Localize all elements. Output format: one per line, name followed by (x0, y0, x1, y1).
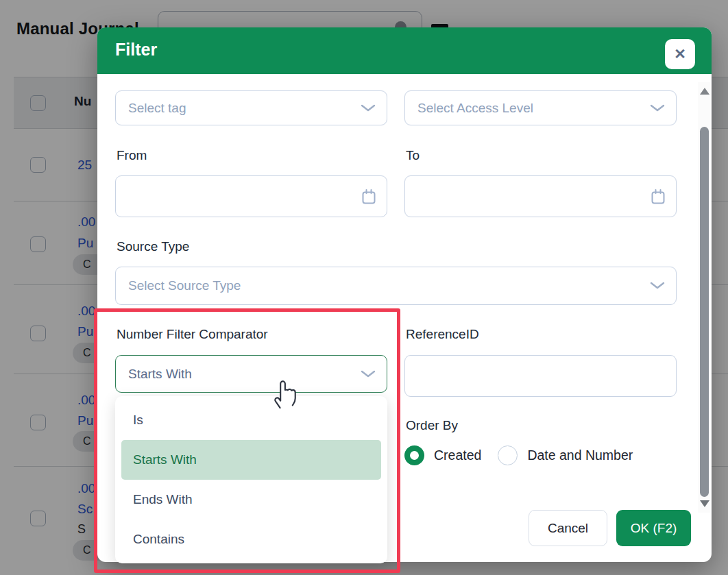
order-by-group: Created Date and Number (404, 445, 649, 465)
calendar-icon (650, 188, 666, 206)
access-level-select[interactable]: Select Access Level (404, 90, 677, 125)
menu-option-starts-with[interactable]: Starts With (121, 440, 381, 480)
chevron-down-icon (361, 104, 376, 112)
comparator-value: Starts With (128, 367, 192, 382)
tag-placeholder: Select tag (128, 101, 186, 116)
close-icon: ✕ (674, 46, 686, 62)
chevron-down-icon (650, 104, 665, 112)
modal-scrollbar-thumb[interactable] (700, 127, 709, 497)
to-date-input[interactable] (404, 175, 677, 217)
source-type-select[interactable]: Select Source Type (115, 267, 677, 305)
reference-id-label: ReferenceID (406, 327, 479, 342)
calendar-icon (361, 188, 377, 206)
close-button[interactable]: ✕ (665, 39, 695, 69)
dialog-title: Filter (115, 40, 157, 60)
menu-option-is[interactable]: Is (115, 400, 387, 440)
comparator-label: Number Filter Comparator (117, 327, 268, 342)
cancel-button[interactable]: Cancel (529, 510, 607, 546)
menu-option-ends-with[interactable]: Ends With (115, 480, 387, 519)
comparator-select[interactable]: Starts With (115, 355, 387, 393)
source-type-placeholder: Select Source Type (128, 278, 241, 293)
reference-id-input[interactable] (404, 355, 677, 397)
radio-date-and-number[interactable] (498, 445, 518, 465)
radio-created-label: Created (434, 448, 481, 463)
screen: Manual Journal Nu 25 .00 Pu C .00 Pu C .… (0, 0, 728, 575)
to-label: To (406, 148, 420, 163)
tag-select[interactable]: Select tag (115, 90, 387, 125)
scroll-up-arrow[interactable] (700, 88, 709, 95)
from-label: From (117, 148, 147, 163)
access-level-placeholder: Select Access Level (417, 101, 533, 116)
order-by-label: Order By (406, 418, 458, 433)
dialog-header: Filter ✕ (97, 27, 712, 74)
ok-button[interactable]: OK (F2) (616, 510, 691, 546)
comparator-menu: Is Starts With Ends With Contains (115, 396, 387, 563)
chevron-down-icon (361, 370, 376, 378)
scroll-down-arrow[interactable] (700, 500, 709, 507)
from-date-input[interactable] (115, 175, 387, 217)
menu-option-contains[interactable]: Contains (115, 519, 387, 559)
radio-created[interactable] (404, 445, 424, 465)
radio-date-and-number-label: Date and Number (527, 448, 633, 463)
chevron-down-icon (650, 282, 665, 290)
filter-dialog: Filter ✕ Select tag Select Access Level … (97, 27, 712, 562)
source-type-label: Source Type (117, 239, 189, 254)
